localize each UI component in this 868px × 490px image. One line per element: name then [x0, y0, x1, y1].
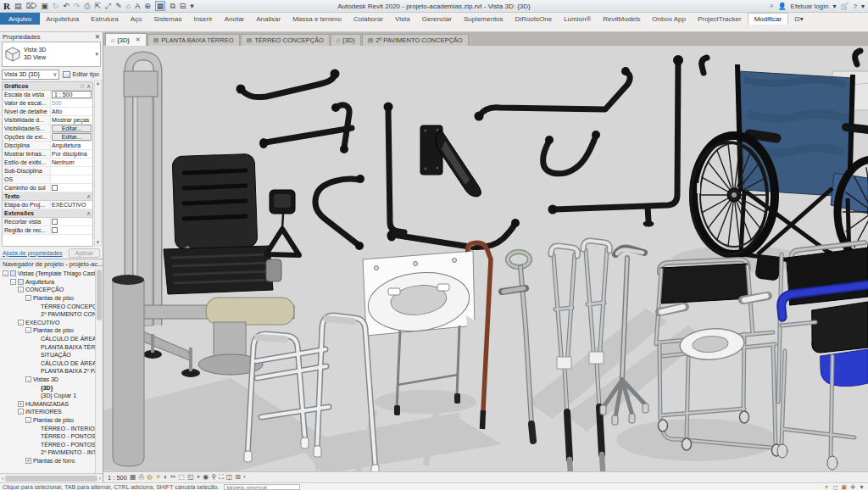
crop-region-icon[interactable]: ⬚: [179, 474, 186, 481]
tree-expander-icon[interactable]: -: [18, 320, 24, 326]
press-drag-icon[interactable]: ✥: [850, 484, 855, 490]
wall-folding-grab-bar[interactable]: [420, 125, 481, 197]
selection-filter-icon[interactable]: ▼: [859, 484, 865, 490]
property-value[interactable]: [51, 167, 92, 175]
view-tab--3d-[interactable]: ⌂{3D}: [331, 34, 361, 46]
browser-item-arquitetura[interactable]: -Arquitetura: [0, 278, 95, 287]
ribbon-tab-gerenciar[interactable]: Gerenciar: [416, 13, 458, 25]
filter-icon[interactable]: ▼: [824, 484, 830, 490]
property-value[interactable]: [51, 226, 92, 234]
view-tab-2-pavimento-concep-o[interactable]: ▤2º PAVIMENTO CONCEPÇÃO: [362, 34, 469, 46]
ribbon-tab-vista[interactable]: Vista: [389, 13, 416, 25]
tree-expander-icon[interactable]: -: [25, 295, 31, 301]
browser-item-concep-o[interactable]: -CONCEPÇÃO: [0, 286, 95, 294]
property-value[interactable]: 1 : 500: [51, 91, 92, 98]
browser-item-situa-o[interactable]: SITUAÇÃO: [0, 351, 95, 359]
login-button[interactable]: Efetuar login: [791, 3, 829, 10]
reveal-hidden-icon[interactable]: ◉: [203, 474, 209, 481]
ribbon-tab-sistemas[interactable]: Sistemas: [148, 13, 188, 25]
view-tab-t-rreo-concep-o[interactable]: ▤TÉRREO CONCEPÇÃO: [241, 34, 330, 46]
ribbon-tab-inserir[interactable]: Inserir: [187, 13, 218, 25]
property-value[interactable]: [51, 218, 92, 226]
grab-bars[interactable]: [236, 55, 684, 250]
ribbon-tab-revitmodels[interactable]: RevitModels: [597, 13, 646, 25]
chevron-down-icon[interactable]: ▾: [861, 3, 865, 10]
shadows-icon[interactable]: ◐: [164, 474, 168, 481]
browser-item-plantas-de-forro[interactable]: +Plantas de forro: [0, 457, 95, 465]
browser-item-planta-baixa-t-rreo[interactable]: PLANTA BAIXA TÉRREO: [0, 342, 95, 351]
ribbon-tab-estrutura[interactable]: Estrutura: [85, 13, 124, 25]
close-icon[interactable]: ✕: [95, 33, 100, 41]
tree-expander-icon[interactable]: -: [18, 287, 24, 292]
ribbon-tab-projecttracker[interactable]: ProjectTracker: [692, 13, 748, 25]
view-tab--3d-[interactable]: ⌂{3D}✕: [105, 33, 147, 46]
property-value[interactable]: [51, 175, 92, 183]
worksharing-display-icon[interactable]: ⛶: [219, 474, 224, 481]
close-icon[interactable]: ✕: [136, 36, 141, 43]
property-value[interactable]: Mostrar peças: [51, 116, 92, 124]
displace-elements-icon[interactable]: ◫: [226, 474, 233, 481]
browser-item-t-rreo-interiores[interactable]: TÉRREO - INTERIORES: [0, 424, 95, 432]
browser-item-planta-baixa-2-pav[interactable]: PLANTA BAIXA 2º PAV: [0, 367, 95, 376]
ribbon-tab-arquivo[interactable]: Arquivo: [0, 13, 40, 25]
cart-icon[interactable]: 🛒: [841, 3, 849, 10]
ribbon-tab-arquitetura[interactable]: Arquitetura: [40, 13, 85, 25]
tree-expander-icon[interactable]: -: [18, 409, 24, 415]
browser-item-vistas-3d[interactable]: -Vistas 3D: [0, 376, 95, 384]
help-icon[interactable]: ?: [854, 3, 857, 10]
design-option-box[interactable]: Modelo principal: [224, 484, 300, 490]
ribbon-tab-onbox-app[interactable]: Onbox App: [646, 13, 692, 25]
property-section-gráficos[interactable]: Gráficos☆ ∧: [3, 82, 92, 91]
temporary-properties-icon[interactable]: ⚲: [211, 474, 216, 481]
browser-item-c-lculo-de-reas[interactable]: CÁLCULO DE ÁREAS: [0, 335, 95, 343]
trapeze-grip[interactable]: [266, 190, 299, 255]
tree-expander-icon[interactable]: -: [25, 417, 31, 423]
property-value[interactable]: Nenhum: [51, 159, 92, 166]
tree-expander-icon[interactable]: -: [25, 327, 31, 333]
user-icon[interactable]: 👤: [778, 3, 787, 10]
view-tab-planta-baixa-t-rreo[interactable]: ▤PLANTA BAIXA TÉRREO: [147, 34, 240, 46]
browser-vertical-scrollbar[interactable]: [95, 269, 103, 473]
property-value[interactable]: [51, 184, 92, 192]
browser-item-t-rreo-pontos-el-[interactable]: TÉRREO - PONTOS ELÉ: [0, 432, 95, 441]
ribbon-tab-dirootsone[interactable]: DiRootsOne: [509, 13, 559, 25]
scale-label[interactable]: 1 : 500: [108, 474, 127, 482]
wheelchair[interactable]: [691, 51, 868, 269]
apply-button[interactable]: Aplicar: [69, 248, 100, 258]
scale-icon[interactable]: ▦: [130, 474, 136, 481]
type-selector[interactable]: Vista 3D 3D View ▾: [2, 42, 101, 67]
browser-horizontal-scrollbar[interactable]: ‹›: [0, 473, 103, 482]
tree-expander-icon[interactable]: +: [18, 401, 24, 407]
ribbon-tab-a-o[interactable]: Aço: [125, 13, 148, 25]
ribbon-tab-massa-e-terreno[interactable]: Massa e terreno: [287, 13, 348, 25]
chevron-down-icon[interactable]: ▾: [833, 3, 837, 10]
property-value[interactable]: Alto: [51, 108, 92, 115]
browser-item-vistas-template-thiago-castanho-[interactable]: -Vistas (Template Thiago Castanho): [0, 270, 95, 278]
browser-item-plantas-de-piso[interactable]: -Plantas de piso: [0, 326, 95, 335]
sun-path-icon[interactable]: ☀: [155, 474, 161, 481]
forearm-crutch[interactable]: [502, 252, 533, 441]
edit-type-button[interactable]: Editar tipo: [61, 70, 101, 80]
visual-style-icon[interactable]: ◍: [147, 474, 153, 481]
browser-item-humanizadas[interactable]: +HUMANIZADAS: [0, 400, 95, 409]
shower-chair[interactable]: [777, 242, 868, 470]
editable-only-icon[interactable]: ◻: [833, 484, 838, 490]
chevron-down-icon[interactable]: ▾: [95, 51, 98, 58]
property-value[interactable]: 500: [51, 99, 92, 107]
browser-item-2-pavimento-int[interactable]: 2º PAVIMENTO - INT: [0, 448, 95, 457]
detail-level-icon[interactable]: ⎙: [139, 474, 144, 481]
ribbon-tab-anotar[interactable]: Anotar: [219, 13, 251, 25]
browser-item-executivo[interactable]: -EXECUTIVO: [0, 319, 95, 327]
tree-expander-icon[interactable]: +: [25, 458, 31, 464]
crop-view-icon[interactable]: ✂: [170, 474, 176, 481]
office-chair[interactable]: [164, 153, 281, 294]
temporary-hide-icon[interactable]: ⌖: [197, 474, 201, 481]
tree-expander-icon[interactable]: -: [10, 279, 16, 285]
3d-view[interactable]: [103, 46, 868, 471]
underarm-crutches[interactable]: [551, 241, 609, 471]
properties-scrollbar[interactable]: ▲▼: [94, 80, 102, 246]
drawing-area[interactable]: [103, 46, 868, 471]
tree-expander-icon[interactable]: -: [3, 270, 8, 276]
browser-item-plantas-de-piso[interactable]: -Plantas de piso: [0, 416, 95, 425]
view-selector-combo[interactable]: Vista 3D {3D}∨: [2, 70, 59, 80]
